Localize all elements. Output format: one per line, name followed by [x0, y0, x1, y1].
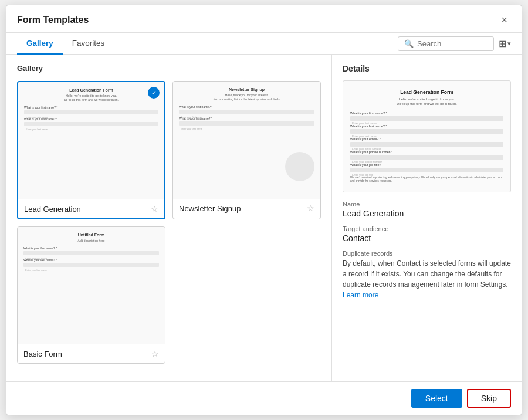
tab-gallery[interactable]: Gallery — [17, 33, 63, 55]
details-panel: Details Lead Generation Form Hello, we'r… — [332, 55, 522, 381]
detail-audience-section: Target audience Contact — [343, 225, 511, 243]
preview-label-lead-1: What is your first name? * — [24, 106, 158, 109]
preview-input-basic-2: Enter your last name — [23, 263, 159, 267]
preview-desc-newsletter: Hello, thank you for your interest.Join … — [179, 93, 314, 101]
preview-label-newsletter-2: What is your last name? * — [179, 117, 314, 120]
view-toggle-button[interactable]: ⊞ ▾ — [499, 38, 511, 49]
detail-field-label-3: What is your email? * — [350, 137, 503, 141]
card-footer-basic: Basic Form ☆ — [18, 344, 165, 363]
tabs-container: Gallery Favorites — [17, 33, 114, 54]
skip-button[interactable]: Skip — [467, 389, 511, 408]
preview-title-newsletter: Newsletter Signup — [179, 87, 314, 92]
preview-desc-basic: Add description here — [23, 239, 159, 243]
detail-field-label-2: What is your last name? * — [350, 124, 503, 128]
detail-audience-value: Contact — [343, 233, 511, 243]
card-preview-basic: Untitled Form Add description here What … — [18, 227, 165, 344]
chevron-down-icon: ▾ — [507, 40, 511, 48]
detail-field-input-4: Enter your phone number — [350, 155, 503, 160]
preview-title-basic: Untitled Form — [23, 233, 159, 237]
preview-desc-lead: Hello, we're excited to get to know you.… — [24, 94, 158, 102]
preview-label-basic-1: What is your first name? * — [23, 246, 159, 250]
detail-field-label-5: What is your job title? — [350, 163, 503, 167]
template-card-basic[interactable]: Untitled Form Add description here What … — [17, 226, 165, 364]
favorite-icon-newsletter[interactable]: ☆ — [307, 204, 314, 213]
card-name-newsletter: Newsletter Signup — [179, 204, 241, 213]
preview-input-basic-1: Enter your first name — [23, 251, 159, 255]
main-content: Gallery Lead Generation Form Hello, we'r… — [6, 55, 522, 381]
template-card-newsletter[interactable]: Newsletter Signup Hello, thank you for y… — [172, 81, 321, 219]
card-preview-lead: Lead Generation Form Hello, we're excite… — [18, 82, 164, 199]
preview-label-basic-2: What is your last name? * — [23, 258, 159, 262]
card-preview-newsletter: Newsletter Signup Hello, thank you for y… — [173, 82, 320, 199]
preview-title-lead: Lead Generation Form — [24, 88, 158, 92]
card-footer-newsletter: Newsletter Signup ☆ — [173, 199, 320, 218]
search-icon: 🔍 — [404, 39, 414, 48]
details-title: Details — [343, 64, 511, 73]
tabs-bar: Gallery Favorites 🔍 ⊞ ▾ — [6, 33, 522, 55]
dialog-header: Form Templates × — [6, 5, 522, 33]
detail-field-label-4: What is your phone number? — [350, 150, 503, 154]
favorite-icon-lead[interactable]: ☆ — [151, 204, 158, 214]
detail-name-value: Lead Generation — [343, 209, 511, 218]
tab-favorites[interactable]: Favorites — [63, 33, 114, 55]
learn-more-link[interactable]: Learn more — [343, 291, 378, 299]
overlay-circle — [285, 152, 314, 181]
detail-duplicate-label: Duplicate records — [343, 250, 511, 257]
detail-field-input-1: Enter your first name — [350, 116, 503, 121]
favorite-icon-basic[interactable]: ☆ — [151, 349, 159, 358]
detail-name-label: Name — [343, 201, 511, 208]
gallery-panel: Gallery Lead Generation Form Hello, we'r… — [6, 55, 332, 381]
template-card-lead-generation[interactable]: Lead Generation Form Hello, we're excite… — [17, 81, 165, 219]
preview-input-newsletter-1: Enter your first name — [179, 110, 314, 114]
detail-audience-label: Target audience — [343, 225, 511, 232]
dialog-footer: Select Skip — [6, 381, 522, 415]
templates-grid: Lead Generation Form Hello, we're excite… — [17, 81, 321, 364]
detail-field-input-3: Enter your email address — [350, 142, 503, 147]
preview-input-newsletter-2: Enter your last name — [179, 121, 314, 126]
close-button[interactable]: × — [497, 13, 511, 26]
detail-field-input-5: Enter your job title — [350, 168, 503, 172]
form-preview-large-title: Lead Generation Form — [350, 89, 503, 95]
card-name-lead: Lead Generation — [24, 205, 81, 214]
detail-field-input-2: Enter your last name — [350, 129, 503, 134]
card-footer-lead: Lead Generation ☆ — [18, 199, 164, 218]
detail-duplicate-section: Duplicate records By default, when Conta… — [343, 250, 511, 300]
gallery-section-title: Gallery — [17, 64, 321, 73]
selected-badge: ✓ — [148, 87, 160, 99]
detail-name-section: Name Lead Generation — [343, 201, 511, 218]
preview-label-newsletter-1: What is your first name? * — [179, 105, 314, 109]
form-preview-large-desc: Hello, we're excited to get to know you.… — [350, 97, 503, 107]
search-area: 🔍 ⊞ ▾ — [398, 36, 511, 51]
search-box: 🔍 — [398, 36, 494, 51]
dialog-title: Form Templates — [17, 15, 89, 25]
preview-input-lead-2: Enter your last name — [24, 122, 158, 126]
form-privacy-text: We are committed to protecting and respe… — [350, 176, 503, 184]
select-button[interactable]: Select — [411, 389, 462, 408]
form-templates-dialog: Form Templates × Gallery Favorites 🔍 ⊞ ▾… — [6, 5, 522, 415]
preview-input-lead-1: Enter your first name — [24, 110, 158, 114]
grid-icon: ⊞ — [499, 38, 506, 49]
preview-label-lead-2: What is your last name? * — [24, 117, 158, 121]
detail-duplicate-desc: By default, when Contact is selected for… — [343, 258, 511, 300]
search-input[interactable] — [417, 39, 488, 48]
form-preview-large: Lead Generation Form Hello, we're excite… — [343, 80, 511, 192]
card-name-basic: Basic Form — [23, 350, 62, 358]
detail-field-label-1: What is your first name? * — [350, 111, 503, 115]
